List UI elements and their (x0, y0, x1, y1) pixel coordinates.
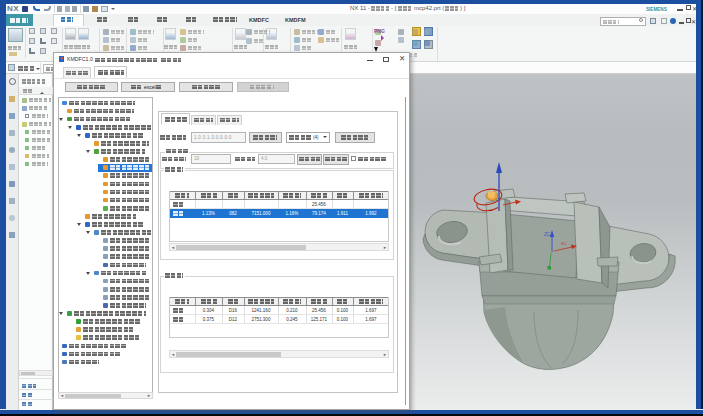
svg-text:XC: XC (561, 241, 567, 246)
svg-text:ZC: ZC (544, 232, 551, 237)
